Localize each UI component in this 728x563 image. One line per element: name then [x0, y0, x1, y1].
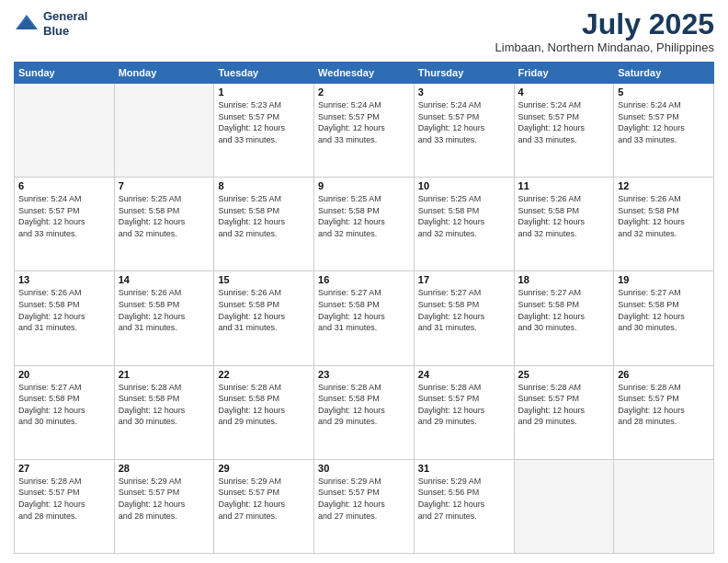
day-cell — [114, 84, 214, 178]
day-cell: 18Sunrise: 5:27 AM Sunset: 5:58 PM Dayli… — [514, 271, 614, 365]
day-detail: Sunrise: 5:29 AM Sunset: 5:57 PM Dayligh… — [318, 476, 410, 522]
day-cell: 17Sunrise: 5:27 AM Sunset: 5:58 PM Dayli… — [414, 271, 514, 365]
logo-text: General Blue — [43, 9, 87, 38]
col-header-tuesday: Tuesday — [214, 63, 314, 84]
day-number: 29 — [218, 463, 310, 474]
day-cell: 28Sunrise: 5:29 AM Sunset: 5:57 PM Dayli… — [114, 459, 214, 553]
day-cell: 23Sunrise: 5:28 AM Sunset: 5:58 PM Dayli… — [314, 365, 415, 459]
day-number: 1 — [218, 86, 310, 98]
day-number: 6 — [18, 180, 110, 191]
day-cell — [15, 84, 115, 178]
day-detail: Sunrise: 5:27 AM Sunset: 5:58 PM Dayligh… — [518, 287, 610, 333]
day-number: 9 — [318, 180, 410, 191]
day-cell: 12Sunrise: 5:26 AM Sunset: 5:58 PM Dayli… — [614, 178, 714, 271]
day-detail: Sunrise: 5:28 AM Sunset: 5:57 PM Dayligh… — [18, 476, 110, 522]
day-number: 8 — [218, 180, 310, 191]
day-number: 24 — [418, 369, 510, 380]
day-number: 15 — [218, 274, 310, 285]
col-header-thursday: Thursday — [414, 63, 514, 84]
day-cell: 20Sunrise: 5:27 AM Sunset: 5:58 PM Dayli… — [15, 365, 115, 459]
day-detail: Sunrise: 5:28 AM Sunset: 5:57 PM Dayligh… — [418, 382, 510, 428]
day-number: 5 — [618, 86, 710, 98]
day-detail: Sunrise: 5:27 AM Sunset: 5:58 PM Dayligh… — [18, 382, 110, 428]
day-detail: Sunrise: 5:25 AM Sunset: 5:58 PM Dayligh… — [418, 193, 510, 239]
day-number: 28 — [119, 463, 210, 474]
day-cell: 10Sunrise: 5:25 AM Sunset: 5:58 PM Dayli… — [414, 178, 514, 271]
day-cell: 16Sunrise: 5:27 AM Sunset: 5:58 PM Dayli… — [314, 271, 415, 365]
week-row-1: 6Sunrise: 5:24 AM Sunset: 5:57 PM Daylig… — [15, 178, 714, 271]
day-detail: Sunrise: 5:26 AM Sunset: 5:58 PM Dayligh… — [218, 287, 310, 333]
day-cell: 7Sunrise: 5:25 AM Sunset: 5:58 PM Daylig… — [114, 178, 214, 271]
day-cell: 15Sunrise: 5:26 AM Sunset: 5:58 PM Dayli… — [214, 271, 314, 365]
day-cell: 14Sunrise: 5:26 AM Sunset: 5:58 PM Dayli… — [114, 271, 214, 365]
day-cell: 26Sunrise: 5:28 AM Sunset: 5:57 PM Dayli… — [614, 365, 714, 459]
day-number: 27 — [18, 463, 110, 474]
day-detail: Sunrise: 5:24 AM Sunset: 5:57 PM Dayligh… — [518, 99, 610, 145]
day-detail: Sunrise: 5:27 AM Sunset: 5:58 PM Dayligh… — [418, 287, 510, 333]
day-detail: Sunrise: 5:25 AM Sunset: 5:58 PM Dayligh… — [119, 193, 210, 239]
day-number: 16 — [318, 274, 410, 285]
day-detail: Sunrise: 5:29 AM Sunset: 5:57 PM Dayligh… — [218, 476, 310, 522]
location: Limbaan, Northern Mindanao, Philippines — [495, 40, 714, 54]
day-detail: Sunrise: 5:26 AM Sunset: 5:58 PM Dayligh… — [119, 287, 210, 333]
day-detail: Sunrise: 5:26 AM Sunset: 5:58 PM Dayligh… — [518, 193, 610, 239]
logo-line2: Blue — [43, 24, 87, 39]
logo-line1: General — [43, 9, 87, 24]
col-header-sunday: Sunday — [15, 63, 115, 84]
day-number: 17 — [418, 274, 510, 285]
day-detail: Sunrise: 5:23 AM Sunset: 5:57 PM Dayligh… — [218, 99, 310, 145]
day-number: 14 — [119, 274, 210, 285]
day-cell — [614, 459, 714, 553]
day-cell: 19Sunrise: 5:27 AM Sunset: 5:58 PM Dayli… — [614, 271, 714, 365]
day-number: 11 — [518, 180, 610, 191]
day-detail: Sunrise: 5:24 AM Sunset: 5:57 PM Dayligh… — [318, 99, 410, 145]
day-number: 30 — [318, 463, 410, 474]
day-detail: Sunrise: 5:29 AM Sunset: 5:57 PM Dayligh… — [119, 476, 210, 522]
day-detail: Sunrise: 5:24 AM Sunset: 5:57 PM Dayligh… — [418, 99, 510, 145]
day-cell: 30Sunrise: 5:29 AM Sunset: 5:57 PM Dayli… — [314, 459, 415, 553]
logo: General Blue — [14, 9, 87, 38]
header-row: SundayMondayTuesdayWednesdayThursdayFrid… — [15, 63, 714, 84]
day-detail: Sunrise: 5:28 AM Sunset: 5:57 PM Dayligh… — [518, 382, 610, 428]
day-number: 13 — [18, 274, 110, 285]
day-number: 22 — [218, 369, 310, 380]
col-header-wednesday: Wednesday — [314, 63, 415, 84]
day-number: 23 — [318, 369, 410, 380]
title-block: July 2025 Limbaan, Northern Mindanao, Ph… — [495, 9, 714, 54]
day-detail: Sunrise: 5:25 AM Sunset: 5:58 PM Dayligh… — [218, 193, 310, 239]
day-cell: 31Sunrise: 5:29 AM Sunset: 5:56 PM Dayli… — [414, 459, 514, 553]
day-cell: 29Sunrise: 5:29 AM Sunset: 5:57 PM Dayli… — [214, 459, 314, 553]
day-cell — [514, 459, 614, 553]
day-number: 19 — [618, 274, 710, 285]
calendar-page: General Blue July 2025 Limbaan, Northern… — [0, 0, 728, 563]
day-number: 26 — [618, 369, 710, 380]
day-number: 7 — [119, 180, 210, 191]
day-cell: 21Sunrise: 5:28 AM Sunset: 5:58 PM Dayli… — [114, 365, 214, 459]
day-cell: 8Sunrise: 5:25 AM Sunset: 5:58 PM Daylig… — [214, 178, 314, 271]
day-cell: 4Sunrise: 5:24 AM Sunset: 5:57 PM Daylig… — [514, 84, 614, 178]
day-detail: Sunrise: 5:28 AM Sunset: 5:58 PM Dayligh… — [218, 382, 310, 428]
day-number: 2 — [318, 86, 410, 98]
day-cell: 25Sunrise: 5:28 AM Sunset: 5:57 PM Dayli… — [514, 365, 614, 459]
day-number: 21 — [119, 369, 210, 380]
header: General Blue July 2025 Limbaan, Northern… — [14, 9, 714, 54]
day-detail: Sunrise: 5:27 AM Sunset: 5:58 PM Dayligh… — [318, 287, 410, 333]
day-cell: 6Sunrise: 5:24 AM Sunset: 5:57 PM Daylig… — [15, 178, 115, 271]
day-number: 10 — [418, 180, 510, 191]
day-number: 3 — [418, 86, 510, 98]
day-detail: Sunrise: 5:28 AM Sunset: 5:58 PM Dayligh… — [119, 382, 210, 428]
calendar-table: SundayMondayTuesdayWednesdayThursdayFrid… — [14, 62, 714, 554]
day-cell: 13Sunrise: 5:26 AM Sunset: 5:58 PM Dayli… — [15, 271, 115, 365]
day-detail: Sunrise: 5:25 AM Sunset: 5:58 PM Dayligh… — [318, 193, 410, 239]
month-title: July 2025 — [495, 9, 714, 39]
week-row-4: 27Sunrise: 5:28 AM Sunset: 5:57 PM Dayli… — [15, 459, 714, 553]
logo-icon — [14, 11, 40, 37]
day-cell: 22Sunrise: 5:28 AM Sunset: 5:58 PM Dayli… — [214, 365, 314, 459]
day-cell: 11Sunrise: 5:26 AM Sunset: 5:58 PM Dayli… — [514, 178, 614, 271]
day-cell: 1Sunrise: 5:23 AM Sunset: 5:57 PM Daylig… — [214, 84, 314, 178]
week-row-2: 13Sunrise: 5:26 AM Sunset: 5:58 PM Dayli… — [15, 271, 714, 365]
day-detail: Sunrise: 5:24 AM Sunset: 5:57 PM Dayligh… — [618, 99, 710, 145]
col-header-friday: Friday — [514, 63, 614, 84]
day-number: 18 — [518, 274, 610, 285]
week-row-0: 1Sunrise: 5:23 AM Sunset: 5:57 PM Daylig… — [15, 84, 714, 178]
